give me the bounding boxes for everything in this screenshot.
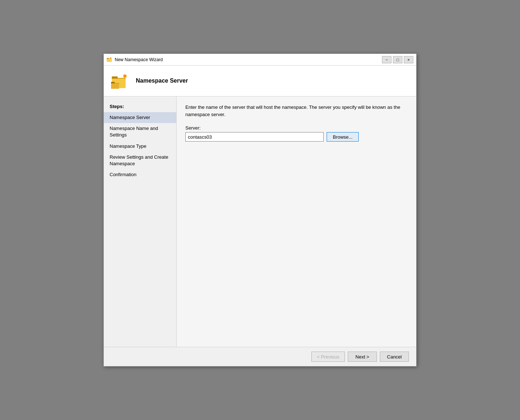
previous-button[interactable]: < Previous (311, 352, 345, 362)
content-description: Enter the name of the server that will h… (185, 104, 407, 118)
svg-rect-6 (112, 76, 118, 79)
step-namespace-type[interactable]: Namespace Type (104, 141, 176, 152)
title-bar: New Namespace Wizard − □ × (104, 54, 416, 66)
server-input-row: Browse... (185, 132, 407, 142)
wizard-body: Steps: Namespace Server Namespace Name a… (104, 96, 416, 347)
maximize-button[interactable]: □ (393, 56, 402, 63)
svg-rect-14 (111, 83, 119, 89)
steps-panel: Steps: Namespace Server Namespace Name a… (104, 96, 177, 347)
titlebar-icon (107, 57, 113, 63)
browse-button[interactable]: Browse... (327, 132, 359, 142)
title-bar-left: New Namespace Wizard (107, 57, 163, 63)
server-field-label: Server: (185, 125, 407, 131)
server-input[interactable] (185, 132, 324, 142)
svg-rect-1 (107, 58, 109, 59)
next-button[interactable]: Next > (348, 352, 377, 362)
wizard-header-icon (111, 71, 130, 90)
svg-marker-2 (107, 59, 112, 62)
step-namespace-name-settings[interactable]: Namespace Name and Settings (104, 123, 176, 140)
wizard-header: Namespace Server (104, 66, 416, 96)
window-title: New Namespace Wizard (115, 57, 163, 62)
wizard-window: New Namespace Wizard − □ × Namespace Ser (103, 54, 417, 366)
cancel-button[interactable]: Cancel (380, 352, 409, 362)
content-panel: Enter the name of the server that will h… (177, 96, 416, 347)
step-namespace-server[interactable]: Namespace Server (104, 112, 176, 123)
wizard-heading: Namespace Server (136, 78, 188, 84)
close-button[interactable]: × (404, 56, 413, 63)
steps-label: Steps: (104, 102, 176, 112)
minimize-button[interactable]: − (382, 56, 391, 63)
title-bar-controls: − □ × (382, 56, 413, 63)
wizard-footer: < Previous Next > Cancel (104, 347, 416, 366)
step-review-settings[interactable]: Review Settings and Create Namespace (104, 152, 176, 169)
step-confirmation[interactable]: Confirmation (104, 169, 176, 180)
